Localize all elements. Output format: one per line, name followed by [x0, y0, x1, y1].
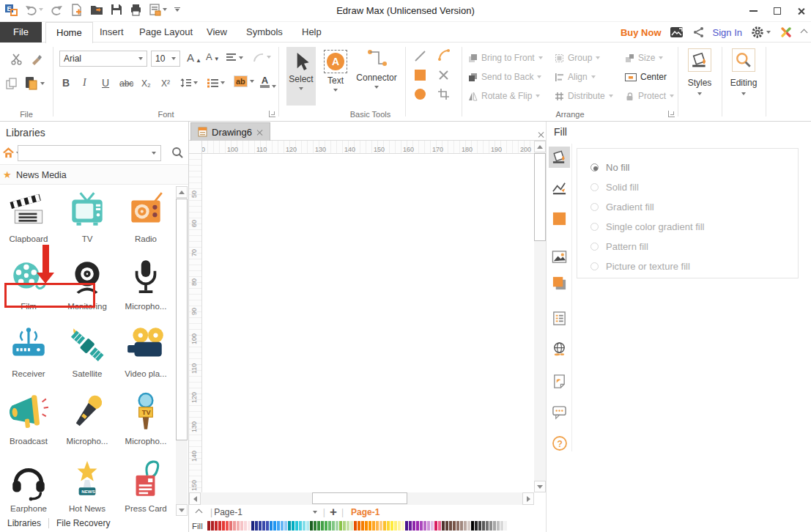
- page-list-icon[interactable]: [549, 308, 570, 329]
- color-swatch[interactable]: [438, 521, 441, 531]
- library-scrollbar[interactable]: [176, 186, 188, 516]
- ellipse-tool-icon[interactable]: [414, 88, 426, 100]
- color-swatch[interactable]: [456, 521, 459, 531]
- color-swatch[interactable]: [295, 521, 298, 531]
- color-swatch[interactable]: [387, 521, 390, 531]
- tab-libraries[interactable]: Libraries: [0, 518, 48, 528]
- color-swatch[interactable]: [240, 521, 243, 531]
- library-scrollbar-thumb[interactable]: [176, 199, 188, 440]
- tab-close-icon[interactable]: [256, 129, 263, 136]
- color-swatch[interactable]: [431, 521, 434, 531]
- color-swatch[interactable]: [442, 521, 445, 531]
- library-symbol[interactable]: Press Card: [117, 459, 174, 513]
- fill-option-radio[interactable]: Picture or texture fill: [590, 256, 798, 276]
- export-image-icon[interactable]: [670, 27, 684, 38]
- color-swatch[interactable]: [401, 521, 404, 531]
- canvas-scroll-down-button[interactable]: [534, 481, 546, 492]
- fill-option-radio[interactable]: Solid fill: [590, 177, 798, 197]
- color-swatch[interactable]: [321, 521, 324, 531]
- color-swatch[interactable]: [409, 521, 412, 531]
- library-symbol[interactable]: TV Micropho...: [117, 391, 174, 446]
- library-symbol[interactable]: NEWS Hot News: [59, 459, 116, 513]
- subscript-button[interactable]: X₂: [141, 78, 151, 89]
- canvas-vertical-scrollbar[interactable]: [534, 141, 546, 492]
- color-swatch[interactable]: [416, 521, 419, 531]
- color-swatch[interactable]: [482, 521, 485, 531]
- color-swatch[interactable]: [486, 521, 489, 531]
- color-swatch[interactable]: [237, 521, 240, 531]
- maximize-button[interactable]: [774, 7, 781, 15]
- send-to-back-button[interactable]: Send to Back: [468, 67, 555, 86]
- color-swatch[interactable]: [314, 521, 316, 531]
- color-swatch[interactable]: [365, 521, 368, 531]
- color-swatch[interactable]: [277, 521, 280, 531]
- color-swatch[interactable]: [270, 521, 273, 531]
- color-swatch[interactable]: [226, 521, 229, 531]
- text-arc-button[interactable]: [253, 52, 271, 62]
- settings-gear-icon[interactable]: [751, 26, 771, 39]
- crop-tool-icon[interactable]: [437, 88, 450, 100]
- canvas-scroll-left-button[interactable]: [189, 492, 201, 505]
- line-style-icon[interactable]: [549, 177, 570, 199]
- grow-font-button[interactable]: A▲: [187, 51, 201, 64]
- line-spacing-button[interactable]: [180, 78, 198, 88]
- color-swatch[interactable]: [412, 521, 415, 531]
- color-swatch[interactable]: [434, 521, 437, 531]
- arc-tool-icon[interactable]: [437, 48, 451, 62]
- color-swatch[interactable]: [460, 521, 463, 531]
- color-swatch[interactable]: [423, 521, 426, 531]
- library-symbol[interactable]: Video pla...: [117, 324, 174, 378]
- fill-option-radio[interactable]: Pattern fill: [590, 237, 798, 256]
- paste-icon[interactable]: [25, 76, 45, 90]
- library-symbol[interactable]: Micropho...: [59, 391, 116, 446]
- rotate-flip-button[interactable]: Rotate & Flip: [468, 86, 555, 106]
- tab-insert[interactable]: Insert: [89, 22, 134, 43]
- color-swatch[interactable]: [354, 521, 357, 531]
- font-color-button[interactable]: A: [260, 75, 276, 88]
- size-button[interactable]: Size: [625, 48, 685, 67]
- drawing-canvas[interactable]: [202, 154, 534, 492]
- color-swatch[interactable]: [347, 521, 349, 531]
- collapse-pagebar-icon[interactable]: [196, 509, 203, 516]
- share-icon[interactable]: [693, 26, 704, 38]
- library-symbol[interactable]: Micropho...: [117, 256, 174, 311]
- fill-option-radio[interactable]: Gradient fill: [590, 197, 798, 217]
- color-swatch[interactable]: [445, 521, 448, 531]
- color-swatch[interactable]: [478, 521, 481, 531]
- picture-icon[interactable]: [549, 246, 570, 267]
- rectangle-tool-icon[interactable]: [414, 69, 426, 81]
- color-swatch[interactable]: [464, 521, 467, 531]
- document-tab-drawing6[interactable]: Drawing6: [190, 122, 270, 141]
- quick-color-icon[interactable]: [549, 208, 570, 229]
- color-swatch[interactable]: [467, 521, 470, 531]
- color-swatch[interactable]: [215, 521, 218, 531]
- copy-icon[interactable]: [6, 78, 18, 90]
- color-swatch[interactable]: [493, 521, 496, 531]
- library-symbol[interactable]: Clapboard: [0, 189, 57, 243]
- styles-button[interactable]: Styles: [678, 48, 721, 95]
- color-swatch[interactable]: [292, 521, 295, 531]
- tab-file-recovery[interactable]: File Recovery: [49, 518, 117, 528]
- library-search-input[interactable]: [18, 145, 161, 161]
- library-symbol[interactable]: Satellite: [59, 324, 116, 378]
- library-symbol[interactable]: Broadcast: [0, 391, 57, 446]
- line-tool-icon[interactable]: [414, 50, 426, 62]
- page-selector[interactable]: Page-1: [214, 507, 242, 517]
- color-swatch[interactable]: [332, 521, 335, 531]
- superscript-button[interactable]: X²: [161, 78, 170, 89]
- color-swatch[interactable]: [427, 521, 430, 531]
- color-swatch[interactable]: [504, 521, 507, 531]
- align-button[interactable]: Align: [555, 67, 625, 86]
- color-swatch[interactable]: [207, 521, 210, 531]
- color-swatch[interactable]: [273, 521, 276, 531]
- arrange-dialog-launcher[interactable]: [668, 111, 675, 117]
- canvas-hscrollbar-thumb[interactable]: [312, 492, 407, 504]
- canvas-vscrollbar-thumb[interactable]: [534, 153, 546, 241]
- color-swatch[interactable]: [449, 521, 452, 531]
- sign-in-link[interactable]: Sign In: [713, 27, 742, 38]
- color-swatch[interactable]: [372, 521, 375, 531]
- color-swatch[interactable]: [244, 521, 247, 531]
- color-swatch[interactable]: [222, 521, 225, 531]
- tab-home[interactable]: Home: [45, 22, 93, 43]
- color-swatch[interactable]: [350, 521, 353, 531]
